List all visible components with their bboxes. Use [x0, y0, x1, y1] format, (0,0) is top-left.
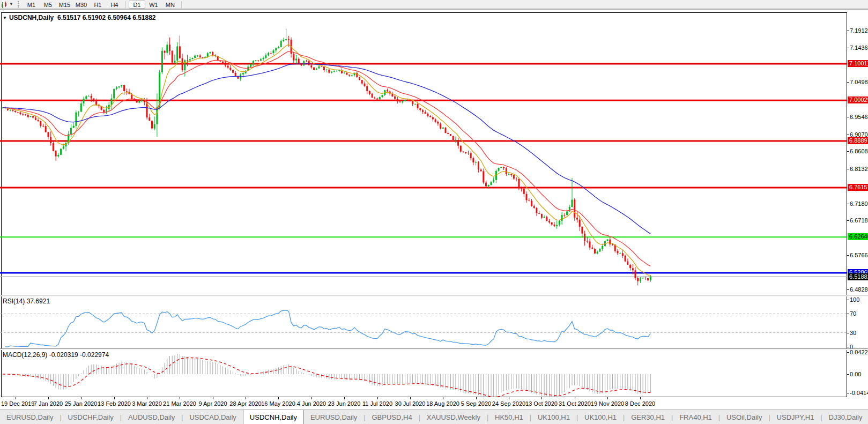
rsi-axis-tick [847, 347, 849, 347]
timeframe-button-w1[interactable]: W1 [145, 1, 162, 9]
timeframe-button-m15[interactable]: M15 [56, 1, 73, 9]
date-axis-label: 13 Feb 2020 [98, 400, 131, 407]
date-axis-label: 8 Dec 2020 [625, 400, 655, 407]
date-axis-tick [16, 397, 16, 399]
chart-tab-fra40-h1[interactable]: FRA40,H1 [673, 410, 718, 424]
timeframe-button-m5[interactable]: M5 [40, 1, 56, 9]
chart-tab-gbpusd-h4[interactable]: GBPUSD,H4 [365, 410, 418, 424]
price-axis-label: 6.71800 [850, 200, 868, 207]
date-axis-label: 19 Nov 2020 [591, 400, 624, 407]
price-axis-tick [847, 48, 849, 48]
price-axis-tick [847, 117, 849, 117]
toolbar-grip[interactable] [18, 1, 19, 8]
price-axis-label: 6.95460 [850, 114, 868, 120]
date-axis-label: 21 Mar 2020 [163, 400, 196, 407]
date-axis-label: 24 Sep 2020 [492, 400, 525, 407]
date-axis: 19 Dec 20197 Jan 202025 Jan 202013 Feb 2… [0, 397, 868, 410]
price-axis-tick [847, 289, 849, 290]
macd-canvas[interactable] [0, 350, 847, 397]
price-axis-label: 6.86080 [850, 148, 868, 154]
date-axis-tick [81, 397, 81, 399]
date-axis-tick [443, 397, 443, 399]
date-axis-tick [476, 397, 477, 399]
ohlc-close: 6.51882 [132, 14, 155, 21]
chart-tab-eurusd-daily[interactable]: EURUSD,Daily [304, 410, 363, 424]
date-axis-label: 11 Jul 2020 [362, 400, 392, 407]
symbol-name: USDCNH,Daily [9, 14, 54, 21]
chart-type-dropdown-icon[interactable]: ▼ [9, 1, 13, 8]
timeframe-button-d1[interactable]: D1 [129, 1, 145, 9]
chart-tab-usdchf-daily[interactable]: USDCHF,Daily [62, 410, 120, 424]
date-axis-tick [410, 397, 411, 399]
timeframe-button-mn[interactable]: MN [162, 1, 179, 9]
symbol-ohlc-title: ▼USDCNH,Daily 6.51517 6.51902 6.50964 6.… [3, 14, 156, 21]
date-axis-tick [147, 397, 147, 399]
price-axis-tick [847, 255, 849, 256]
timeframe-button-m30[interactable]: M30 [73, 1, 90, 9]
chart-tab-audusd-daily[interactable]: AUDUSD,Daily [122, 410, 181, 424]
chart-tab-uk100-h1[interactable]: UK100,H1 [531, 410, 576, 424]
top-toolbar: ▼ M1M5M15M30H1H4D1W1MN [0, 0, 868, 10]
date-axis-tick [344, 397, 345, 399]
date-axis-label: 19 Dec 2019 [1, 400, 34, 407]
date-axis-label: 3 Mar 2020 [132, 400, 162, 407]
price-axis-label: 7.19120 [850, 27, 868, 34]
chart-tab-dj30-daily[interactable]: DJ30,Daily [822, 410, 868, 424]
price-axis-tick [847, 169, 849, 169]
date-axis-tick [311, 397, 312, 399]
date-axis-tick [377, 397, 378, 399]
rsi-axis-tick [847, 314, 849, 314]
chart-tab-hk50-h1[interactable]: HK50,H1 [488, 410, 530, 424]
chart-tab-xauusd-weekly[interactable]: XAUUSD,Weekly [420, 410, 487, 424]
macd-panel[interactable]: MACD(12,26,9) -0.020319 -0.022974 0.0422… [0, 350, 868, 397]
ohlc-open: 6.51517 [57, 14, 80, 21]
timeframe-button-m1[interactable]: M1 [23, 1, 40, 9]
chart-cursor-icon[interactable] [1, 1, 8, 8]
date-axis-label: 5 Sep 2020 [461, 400, 491, 407]
toolbar-separator [181, 1, 182, 8]
price-chart-panel[interactable]: ▼USDCNH,Daily 6.51517 6.51902 6.50964 6.… [0, 12, 868, 295]
date-axis-tick [575, 397, 575, 399]
chart-tab-bar: EURUSD,Daily|USDCHF,Daily|AUDUSD,Daily|U… [0, 410, 868, 424]
rsi-axis-label: 100 [850, 296, 859, 303]
date-axis-label: 25 Jan 2020 [65, 400, 98, 407]
timeframe-button-h4[interactable]: H4 [106, 1, 123, 9]
symbol-collapse-icon[interactable]: ▼ [3, 16, 7, 20]
date-axis-label: 28 Apr 2020 [229, 400, 261, 407]
price-line-badge: 7.00029 [848, 96, 868, 103]
price-line-badge: 6.88897 [848, 137, 868, 144]
chart-tab-uk100-h1[interactable]: UK100,H1 [578, 410, 623, 424]
rsi-canvas[interactable] [0, 296, 847, 348]
rsi-panel[interactable]: RSI(14) 37.6921 10070300 [0, 296, 868, 348]
date-axis-tick [607, 397, 608, 399]
chart-tab-usdcnh-daily[interactable]: USDCNH,Daily [243, 410, 304, 424]
date-axis-label: 4 Jun 2020 [297, 400, 326, 407]
ohlc-low: 6.50964 [107, 14, 130, 21]
ohlc-high: 6.51902 [83, 14, 106, 21]
date-axis-tick [541, 397, 542, 399]
price-axis-tick [847, 204, 849, 204]
chart-tab-usoil-daily[interactable]: USOil,Daily [720, 410, 768, 424]
price-axis-label: 6.48280 [850, 286, 868, 293]
macd-axis-tick [847, 352, 849, 353]
chart-tab-usdcad-daily[interactable]: USDCAD,Daily [183, 410, 242, 424]
date-axis-label: 30 Jul 2020 [395, 400, 426, 407]
date-axis-label: 18 Aug 2020 [426, 400, 459, 407]
date-axis-label: 16 May 2020 [261, 400, 295, 407]
price-axis-tick [847, 135, 849, 135]
date-axis-label: 31 Oct 2020 [559, 400, 591, 407]
rsi-axis-tick [847, 333, 849, 333]
price-axis-tick [847, 31, 849, 31]
timeframe-button-h1[interactable]: H1 [90, 1, 106, 9]
chart-tab-usdjpy-h1[interactable]: USDJPY,H1 [770, 410, 821, 424]
date-axis-tick [509, 397, 509, 399]
price-axis-label: 7.04980 [850, 79, 868, 85]
chart-tab-ger30-h1[interactable]: GER30,H1 [625, 410, 671, 424]
chart-tab-eurusd-daily[interactable]: EURUSD,Daily [0, 410, 60, 424]
rsi-axis-label: 30 [850, 330, 856, 336]
price-axis-label: 6.57660 [850, 252, 868, 258]
date-axis-label: 23 Jun 2020 [328, 400, 361, 407]
price-axis-tick [847, 82, 849, 83]
price-chart-canvas[interactable] [0, 12, 847, 295]
macd-axis-tick [847, 374, 849, 375]
